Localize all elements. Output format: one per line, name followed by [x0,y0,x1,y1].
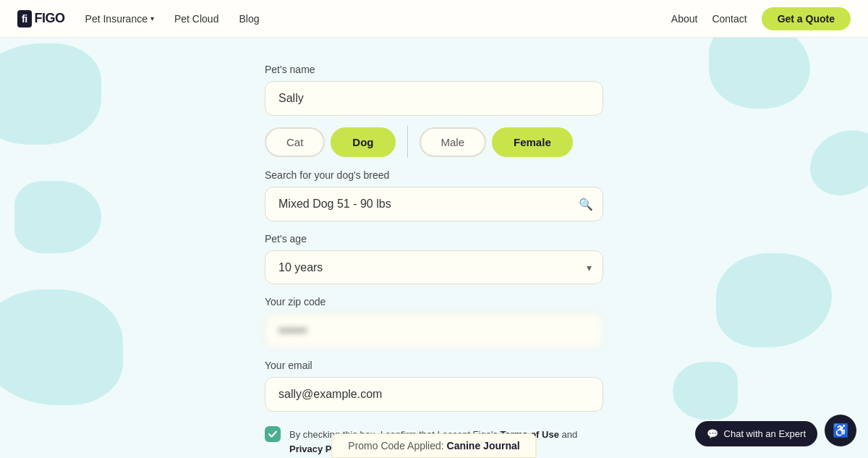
age-select[interactable]: 1 year 2 years 3 years 4 years 5 years 6… [265,250,603,284]
male-toggle[interactable]: Male [420,127,487,157]
pet-age-label: Pet's age [265,233,603,245]
email-label: Your email [265,360,603,371]
chat-button[interactable]: 💬 Chat with an Expert [695,421,817,446]
cat-toggle[interactable]: Cat [265,127,325,157]
logo[interactable]: fi FIGO [17,10,65,27]
nav-cta-button[interactable]: Get a Quote [762,7,851,30]
divider [407,126,408,158]
nav-label-blog: Blog [239,13,259,25]
checkmark-icon [268,429,278,439]
female-toggle[interactable]: Female [492,127,573,157]
navbar: fi FIGO Pet Insurance ▾ Pet Cloud Blog A… [0,0,868,38]
promo-prefix: Promo Code Applied: [348,440,443,451]
pet-name-label: Pet's name [265,64,603,75]
pet-type-gender-row: Cat Dog Male Female [265,126,603,158]
pet-name-input[interactable] [265,81,603,116]
age-select-wrapper: 1 year 2 years 3 years 4 years 5 years 6… [265,250,603,284]
chevron-down-icon: ▾ [150,14,154,22]
logo-text: FIGO [35,11,65,26]
accessibility-icon: ♿ [833,423,848,438]
nav-contact[interactable]: Contact [712,13,746,25]
nav-right: About Contact Get a Quote [671,7,851,30]
email-input[interactable] [265,377,603,412]
breed-search-input[interactable] [265,187,603,221]
gender-group: Male Female [420,127,573,157]
accessibility-button[interactable]: ♿ [825,415,856,446]
promo-banner: Promo Code Applied: Canine Journal [331,433,536,458]
nav-label-pet-insurance: Pet Insurance [85,13,148,25]
chat-icon: 💬 [707,428,718,439]
nav-left: fi FIGO Pet Insurance ▾ Pet Cloud Blog [17,10,259,27]
nav-item-pet-insurance[interactable]: Pet Insurance ▾ [85,13,154,25]
search-icon: 🔍 [579,198,593,211]
nav-item-pet-cloud[interactable]: Pet Cloud [174,13,218,25]
promo-code: Canine Journal [447,440,520,451]
pet-type-group: Cat Dog [265,127,396,157]
terms-checkbox[interactable] [265,426,281,442]
breed-label: Search for your dog's breed [265,169,603,181]
breed-search-wrapper: 🔍 [265,187,603,221]
logo-icon: fi [17,10,32,27]
nav-item-blog[interactable]: Blog [239,13,259,25]
zip-input[interactable] [265,313,603,348]
chat-label: Chat with an Expert [724,428,806,439]
nav-label-pet-cloud: Pet Cloud [174,13,218,25]
nav-about[interactable]: About [671,13,698,25]
quote-form: Pet's name Cat Dog Male Female Search fo… [265,52,603,458]
zip-label: Your zip code [265,296,603,308]
dog-toggle[interactable]: Dog [331,127,395,157]
main-content: Pet's name Cat Dog Male Female Search fo… [253,38,615,458]
